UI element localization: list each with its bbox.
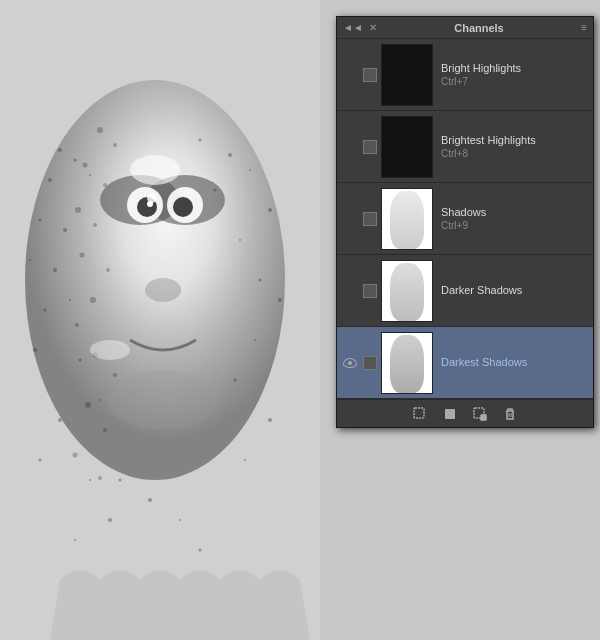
close-button[interactable]: ✕ (369, 22, 377, 33)
channel-name-bright-highlights: Bright Highlights (441, 62, 589, 74)
svg-point-31 (249, 169, 251, 171)
thumbnail-darkest-shadows (381, 332, 433, 394)
svg-point-36 (278, 298, 282, 302)
channel-shortcut-shadows: Ctrl+9 (441, 220, 589, 231)
svg-rect-64 (414, 408, 424, 418)
svg-point-62 (147, 193, 157, 203)
svg-point-17 (29, 259, 31, 261)
thumbnail-darker-shadows (381, 260, 433, 322)
panel-toolbar (337, 399, 593, 427)
svg-point-13 (48, 178, 52, 182)
svg-point-26 (89, 479, 91, 481)
thumbnail-shadows (381, 188, 433, 250)
svg-point-14 (89, 174, 91, 176)
checkbox-brightest-highlights[interactable] (363, 140, 377, 154)
channel-row-darkest-shadows[interactable]: Darkest Shadows (337, 327, 593, 399)
svg-point-57 (85, 402, 91, 408)
checkbox-darker-shadows[interactable] (363, 284, 377, 298)
svg-point-40 (244, 459, 246, 461)
svg-point-19 (44, 309, 47, 312)
svg-point-38 (234, 379, 237, 382)
delete-channel-button[interactable] (501, 405, 519, 423)
checkbox-shadows[interactable] (363, 212, 377, 226)
svg-point-30 (228, 153, 232, 157)
svg-rect-65 (445, 409, 455, 419)
channel-row-shadows[interactable]: Shadows Ctrl+9 (337, 183, 593, 255)
svg-point-15 (39, 219, 42, 222)
svg-point-39 (268, 418, 272, 422)
svg-point-37 (254, 339, 256, 341)
thumbnail-bright-highlights (381, 44, 433, 106)
svg-point-22 (79, 359, 82, 362)
thumbnail-brightest-highlights (381, 116, 433, 178)
channel-row-brightest-highlights[interactable]: Brightest Highlights Ctrl+8 (337, 111, 593, 183)
channel-list: Bright Highlights Ctrl+7 Brightest Highl… (337, 39, 593, 399)
eye-icon-darkest-shadows (343, 358, 357, 368)
panel-menu-button[interactable]: ≡ (581, 22, 587, 33)
svg-point-53 (90, 297, 96, 303)
svg-point-9 (145, 278, 181, 302)
load-selection-button[interactable] (471, 405, 489, 423)
svg-point-10 (107, 370, 217, 430)
svg-point-43 (179, 519, 181, 521)
svg-point-25 (39, 459, 42, 462)
svg-point-50 (93, 223, 97, 227)
svg-point-11 (58, 148, 62, 152)
panel-title: Channels (454, 22, 504, 34)
svg-point-33 (268, 208, 272, 212)
channel-row-darker-shadows[interactable]: Darker Shadows (337, 255, 593, 327)
svg-point-20 (69, 299, 71, 301)
svg-point-45 (97, 127, 103, 133)
svg-point-61 (130, 155, 180, 185)
visibility-darkest-shadows[interactable] (341, 358, 359, 368)
svg-point-56 (113, 373, 117, 377)
svg-point-29 (199, 139, 202, 142)
collapse-button[interactable]: ◄◄ (343, 22, 363, 33)
svg-point-34 (239, 239, 241, 241)
svg-point-24 (58, 418, 62, 422)
svg-point-47 (83, 163, 88, 168)
svg-point-21 (33, 348, 37, 352)
fill-channel-button[interactable] (441, 405, 459, 423)
svg-point-32 (214, 189, 217, 192)
svg-point-35 (259, 279, 262, 282)
new-selection-button[interactable] (411, 405, 429, 423)
channel-name-shadows: Shadows (441, 206, 589, 218)
svg-point-42 (148, 498, 152, 502)
checkbox-bright-highlights[interactable] (363, 68, 377, 82)
svg-point-28 (74, 539, 76, 541)
svg-point-51 (80, 253, 85, 258)
svg-point-27 (108, 518, 112, 522)
channel-name-darker-shadows: Darker Shadows (441, 284, 589, 296)
channel-row-bright-highlights[interactable]: Bright Highlights Ctrl+7 (337, 39, 593, 111)
svg-point-46 (113, 143, 117, 147)
channel-name-brightest-highlights: Brightest Highlights (441, 134, 589, 146)
svg-point-12 (74, 159, 77, 162)
svg-point-48 (103, 183, 107, 187)
svg-point-44 (199, 549, 202, 552)
svg-point-52 (106, 268, 110, 272)
svg-point-60 (98, 476, 102, 480)
svg-point-41 (119, 479, 122, 482)
panel-titlebar: ◄◄ ✕ Channels ≡ (337, 17, 593, 39)
sketch-image (0, 0, 320, 640)
channel-name-darkest-shadows: Darkest Shadows (441, 356, 589, 368)
svg-point-7 (173, 197, 193, 217)
channels-panel: ◄◄ ✕ Channels ≡ Bright Highlights Ctrl+7 (336, 16, 594, 428)
svg-point-58 (103, 428, 107, 432)
checkbox-darkest-shadows[interactable] (363, 356, 377, 370)
svg-point-63 (90, 340, 130, 360)
svg-point-23 (99, 399, 101, 401)
svg-point-54 (75, 323, 79, 327)
titlebar-left-controls: ◄◄ ✕ (343, 22, 377, 33)
channel-shortcut-bright-highlights: Ctrl+7 (441, 76, 589, 87)
svg-point-18 (53, 268, 57, 272)
svg-point-49 (75, 207, 81, 213)
svg-point-59 (73, 453, 78, 458)
svg-point-16 (63, 228, 67, 232)
svg-rect-67 (481, 415, 486, 420)
channel-shortcut-brightest-highlights: Ctrl+8 (441, 148, 589, 159)
